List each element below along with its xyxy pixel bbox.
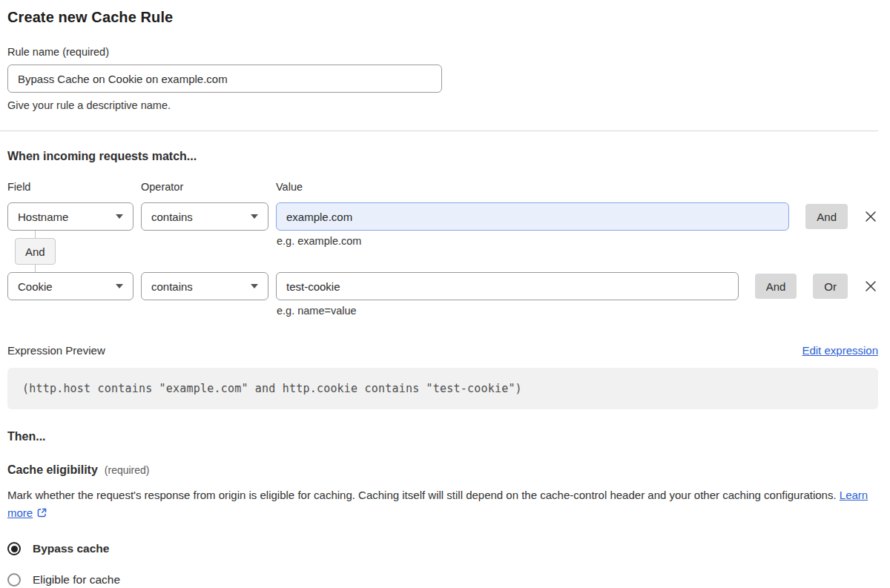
radio-option-eligible-for-cache[interactable]: Eligible for cache: [7, 573, 878, 587]
cache-eligibility-heading: Cache eligibility: [7, 463, 98, 477]
radio-label: Bypass cache: [33, 542, 109, 555]
value-input[interactable]: [276, 202, 789, 231]
then-heading: Then...: [7, 430, 878, 443]
chevron-down-icon: [251, 284, 258, 288]
edit-expression-link[interactable]: Edit expression: [802, 344, 878, 357]
field-select[interactable]: Hostname: [7, 202, 134, 231]
field-select-value: Cookie: [18, 280, 53, 293]
value-hint: e.g. name=value: [277, 305, 357, 317]
and-connector: And: [7, 231, 55, 272]
add-and-button[interactable]: And: [755, 274, 797, 299]
expression-code: (http.host contains "example.com" and ht…: [7, 368, 878, 409]
radio-option-bypass-cache[interactable]: Bypass cache: [7, 542, 878, 555]
rule-name-help: Give your rule a descriptive name.: [7, 99, 878, 111]
value-hint: e.g. example.com: [277, 235, 361, 247]
remove-row-button[interactable]: [863, 279, 878, 294]
operator-select-value: contains: [151, 280, 193, 293]
match-row: Hostname contains e.g. example.com And: [7, 202, 878, 231]
match-row: Cookie contains e.g. name=value And Or: [7, 272, 878, 300]
value-field-wrap: e.g. name=value: [276, 272, 739, 300]
cache-eligibility-description: Mark whether the request's response from…: [7, 486, 878, 523]
add-or-button[interactable]: Or: [813, 274, 848, 299]
value-input[interactable]: [276, 272, 739, 300]
row-controls: And Or: [746, 274, 878, 299]
connector-line: [35, 231, 36, 238]
required-note: (required): [105, 464, 150, 476]
add-and-button[interactable]: And: [805, 204, 848, 229]
external-link-icon: [36, 506, 47, 523]
field-select-value: Hostname: [18, 211, 68, 223]
chevron-down-icon: [116, 284, 123, 288]
value-column-label: Value: [276, 181, 878, 193]
close-icon: [864, 210, 877, 223]
columns-header: Field Operator Value: [7, 181, 878, 193]
operator-select[interactable]: contains: [141, 272, 268, 300]
chevron-down-icon: [116, 214, 123, 219]
description-text: Mark whether the request's response from…: [7, 489, 837, 501]
cache-eligibility-heading-row: Cache eligibility (required): [7, 463, 878, 477]
connector-line: [35, 265, 36, 272]
expression-header: Expression Preview Edit expression: [7, 344, 878, 357]
radio-label: Eligible for cache: [33, 573, 120, 587]
radio-unselected-icon[interactable]: [7, 573, 21, 587]
close-icon: [864, 280, 877, 293]
page-title: Create new Cache Rule: [7, 9, 878, 26]
connector-and-button[interactable]: And: [15, 238, 56, 265]
match-heading: When incoming requests match...: [7, 150, 878, 163]
radio-selected-icon[interactable]: [7, 542, 21, 555]
operator-select-value: contains: [151, 211, 193, 223]
operator-column-label: Operator: [141, 181, 268, 193]
rule-name-input[interactable]: [7, 65, 442, 93]
remove-row-button[interactable]: [863, 209, 878, 224]
value-field-wrap: e.g. example.com: [276, 202, 789, 231]
field-column-label: Field: [7, 181, 134, 193]
chevron-down-icon: [251, 214, 258, 219]
expression-preview-label: Expression Preview: [7, 344, 105, 357]
operator-select[interactable]: contains: [141, 202, 268, 231]
section-divider: [0, 131, 878, 131]
row-controls: And: [797, 204, 878, 229]
field-select[interactable]: Cookie: [7, 272, 134, 300]
rule-name-label: Rule name (required): [7, 46, 878, 58]
